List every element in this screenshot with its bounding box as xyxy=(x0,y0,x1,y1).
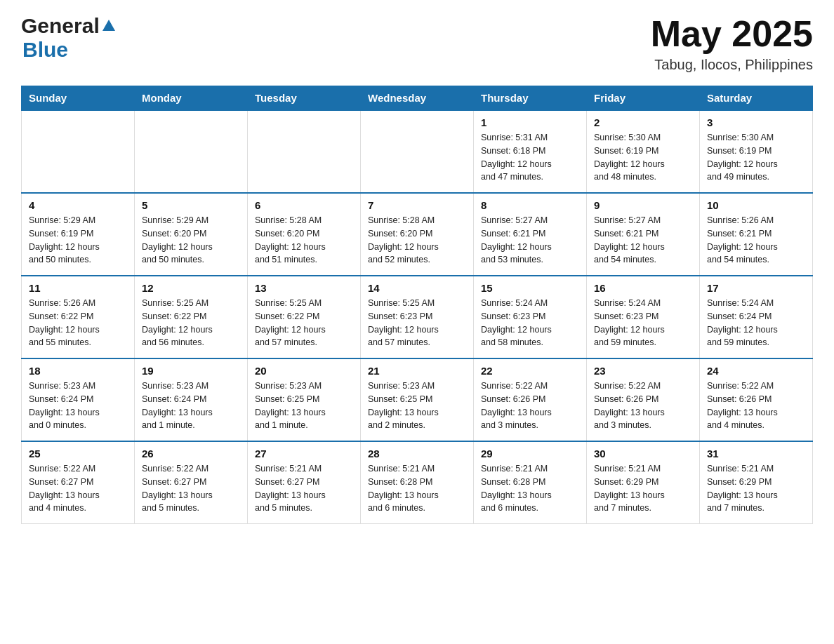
calendar-day-30: 30Sunrise: 5:21 AMSunset: 6:29 PMDayligh… xyxy=(587,441,700,524)
day-info: Sunrise: 5:21 AMSunset: 6:28 PMDaylight:… xyxy=(481,462,579,515)
weekday-header-monday: Monday xyxy=(135,86,248,111)
weekday-header-thursday: Thursday xyxy=(474,86,587,111)
calendar-day-25: 25Sunrise: 5:22 AMSunset: 6:27 PMDayligh… xyxy=(22,441,135,524)
day-number: 19 xyxy=(142,365,240,377)
day-info: Sunrise: 5:23 AMSunset: 6:24 PMDaylight:… xyxy=(142,380,240,432)
day-info: Sunrise: 5:25 AMSunset: 6:22 PMDaylight:… xyxy=(255,297,353,349)
calendar-day-11: 11Sunrise: 5:26 AMSunset: 6:22 PMDayligh… xyxy=(22,276,135,358)
day-number: 14 xyxy=(368,282,466,294)
day-number: 24 xyxy=(707,365,805,377)
day-number: 25 xyxy=(29,448,127,459)
calendar-day-20: 20Sunrise: 5:23 AMSunset: 6:25 PMDayligh… xyxy=(248,358,361,441)
day-info: Sunrise: 5:23 AMSunset: 6:24 PMDaylight:… xyxy=(29,380,127,432)
day-info: Sunrise: 5:29 AMSunset: 6:20 PMDaylight:… xyxy=(142,214,240,267)
calendar-week-row: 25Sunrise: 5:22 AMSunset: 6:27 PMDayligh… xyxy=(22,441,813,524)
calendar-day-6: 6Sunrise: 5:28 AMSunset: 6:20 PMDaylight… xyxy=(248,193,361,276)
day-number: 29 xyxy=(481,448,579,459)
day-info: Sunrise: 5:29 AMSunset: 6:19 PMDaylight:… xyxy=(29,214,127,267)
calendar-day-23: 23Sunrise: 5:22 AMSunset: 6:26 PMDayligh… xyxy=(587,358,700,441)
day-info: Sunrise: 5:26 AMSunset: 6:22 PMDaylight:… xyxy=(29,297,127,349)
calendar-day-3: 3Sunrise: 5:30 AMSunset: 6:19 PMDaylight… xyxy=(700,110,813,193)
calendar-day-22: 22Sunrise: 5:22 AMSunset: 6:26 PMDayligh… xyxy=(474,358,587,441)
day-number: 2 xyxy=(594,116,692,128)
day-info: Sunrise: 5:30 AMSunset: 6:19 PMDaylight:… xyxy=(594,131,692,184)
page-header: General Blue May 2025 Tabug, Ilocos, Phi… xyxy=(21,14,813,73)
day-number: 21 xyxy=(368,365,466,377)
day-info: Sunrise: 5:27 AMSunset: 6:21 PMDaylight:… xyxy=(594,214,692,267)
day-info: Sunrise: 5:23 AMSunset: 6:25 PMDaylight:… xyxy=(368,380,466,432)
day-number: 1 xyxy=(481,116,579,128)
calendar-empty-cell xyxy=(22,110,135,193)
day-info: Sunrise: 5:26 AMSunset: 6:21 PMDaylight:… xyxy=(707,214,805,267)
calendar-day-28: 28Sunrise: 5:21 AMSunset: 6:28 PMDayligh… xyxy=(361,441,474,524)
day-info: Sunrise: 5:24 AMSunset: 6:23 PMDaylight:… xyxy=(481,297,579,349)
day-number: 20 xyxy=(255,365,353,377)
day-number: 27 xyxy=(255,448,353,459)
calendar-day-27: 27Sunrise: 5:21 AMSunset: 6:27 PMDayligh… xyxy=(248,441,361,524)
day-info: Sunrise: 5:28 AMSunset: 6:20 PMDaylight:… xyxy=(255,214,353,267)
calendar-empty-cell xyxy=(361,110,474,193)
calendar-day-8: 8Sunrise: 5:27 AMSunset: 6:21 PMDaylight… xyxy=(474,193,587,276)
day-number: 10 xyxy=(707,199,805,211)
logo-general-text: General xyxy=(21,14,100,38)
calendar-day-1: 1Sunrise: 5:31 AMSunset: 6:18 PMDaylight… xyxy=(474,110,587,193)
day-info: Sunrise: 5:22 AMSunset: 6:26 PMDaylight:… xyxy=(481,380,579,432)
weekday-header-tuesday: Tuesday xyxy=(248,86,361,111)
day-number: 15 xyxy=(481,282,579,294)
day-info: Sunrise: 5:21 AMSunset: 6:29 PMDaylight:… xyxy=(707,462,805,515)
calendar-title: May 2025 xyxy=(651,14,813,54)
day-info: Sunrise: 5:30 AMSunset: 6:19 PMDaylight:… xyxy=(707,131,805,184)
calendar-day-15: 15Sunrise: 5:24 AMSunset: 6:23 PMDayligh… xyxy=(474,276,587,358)
calendar-day-19: 19Sunrise: 5:23 AMSunset: 6:24 PMDayligh… xyxy=(135,358,248,441)
day-number: 4 xyxy=(29,199,127,211)
calendar-week-row: 18Sunrise: 5:23 AMSunset: 6:24 PMDayligh… xyxy=(22,358,813,441)
calendar-day-17: 17Sunrise: 5:24 AMSunset: 6:24 PMDayligh… xyxy=(700,276,813,358)
day-info: Sunrise: 5:21 AMSunset: 6:29 PMDaylight:… xyxy=(594,462,692,515)
day-number: 11 xyxy=(29,282,127,294)
calendar-day-9: 9Sunrise: 5:27 AMSunset: 6:21 PMDaylight… xyxy=(587,193,700,276)
day-info: Sunrise: 5:24 AMSunset: 6:23 PMDaylight:… xyxy=(594,297,692,349)
logo-blue-text: Blue xyxy=(21,38,68,61)
calendar-day-21: 21Sunrise: 5:23 AMSunset: 6:25 PMDayligh… xyxy=(361,358,474,441)
day-number: 31 xyxy=(707,448,805,459)
weekday-header-wednesday: Wednesday xyxy=(361,86,474,111)
day-info: Sunrise: 5:22 AMSunset: 6:27 PMDaylight:… xyxy=(29,462,127,515)
calendar-week-row: 4Sunrise: 5:29 AMSunset: 6:19 PMDaylight… xyxy=(22,193,813,276)
day-number: 12 xyxy=(142,282,240,294)
calendar-empty-cell xyxy=(135,110,248,193)
day-number: 28 xyxy=(368,448,466,459)
day-info: Sunrise: 5:25 AMSunset: 6:22 PMDaylight:… xyxy=(142,297,240,349)
calendar-day-16: 16Sunrise: 5:24 AMSunset: 6:23 PMDayligh… xyxy=(587,276,700,358)
calendar-week-row: 11Sunrise: 5:26 AMSunset: 6:22 PMDayligh… xyxy=(22,276,813,358)
day-number: 26 xyxy=(142,448,240,459)
title-block: May 2025 Tabug, Ilocos, Philippines xyxy=(651,14,813,73)
calendar-day-18: 18Sunrise: 5:23 AMSunset: 6:24 PMDayligh… xyxy=(22,358,135,441)
calendar-header-row: SundayMondayTuesdayWednesdayThursdayFrid… xyxy=(22,86,813,111)
calendar-day-14: 14Sunrise: 5:25 AMSunset: 6:23 PMDayligh… xyxy=(361,276,474,358)
weekday-header-friday: Friday xyxy=(587,86,700,111)
day-number: 18 xyxy=(29,365,127,377)
calendar-day-7: 7Sunrise: 5:28 AMSunset: 6:20 PMDaylight… xyxy=(361,193,474,276)
calendar-day-5: 5Sunrise: 5:29 AMSunset: 6:20 PMDaylight… xyxy=(135,193,248,276)
calendar-empty-cell xyxy=(248,110,361,193)
logo: General Blue xyxy=(21,14,115,62)
calendar-day-10: 10Sunrise: 5:26 AMSunset: 6:21 PMDayligh… xyxy=(700,193,813,276)
day-number: 9 xyxy=(594,199,692,211)
day-number: 3 xyxy=(707,116,805,128)
day-number: 6 xyxy=(255,199,353,211)
calendar-table: SundayMondayTuesdayWednesdayThursdayFrid… xyxy=(21,86,813,524)
day-info: Sunrise: 5:21 AMSunset: 6:28 PMDaylight:… xyxy=(368,462,466,515)
day-info: Sunrise: 5:25 AMSunset: 6:23 PMDaylight:… xyxy=(368,297,466,349)
calendar-day-4: 4Sunrise: 5:29 AMSunset: 6:19 PMDaylight… xyxy=(22,193,135,276)
logo-triangle-icon xyxy=(102,20,115,31)
day-info: Sunrise: 5:22 AMSunset: 6:26 PMDaylight:… xyxy=(707,380,805,432)
day-number: 23 xyxy=(594,365,692,377)
weekday-header-saturday: Saturday xyxy=(700,86,813,111)
day-number: 13 xyxy=(255,282,353,294)
day-info: Sunrise: 5:28 AMSunset: 6:20 PMDaylight:… xyxy=(368,214,466,267)
calendar-day-2: 2Sunrise: 5:30 AMSunset: 6:19 PMDaylight… xyxy=(587,110,700,193)
day-info: Sunrise: 5:22 AMSunset: 6:27 PMDaylight:… xyxy=(142,462,240,515)
day-number: 30 xyxy=(594,448,692,459)
day-number: 8 xyxy=(481,199,579,211)
day-number: 16 xyxy=(594,282,692,294)
